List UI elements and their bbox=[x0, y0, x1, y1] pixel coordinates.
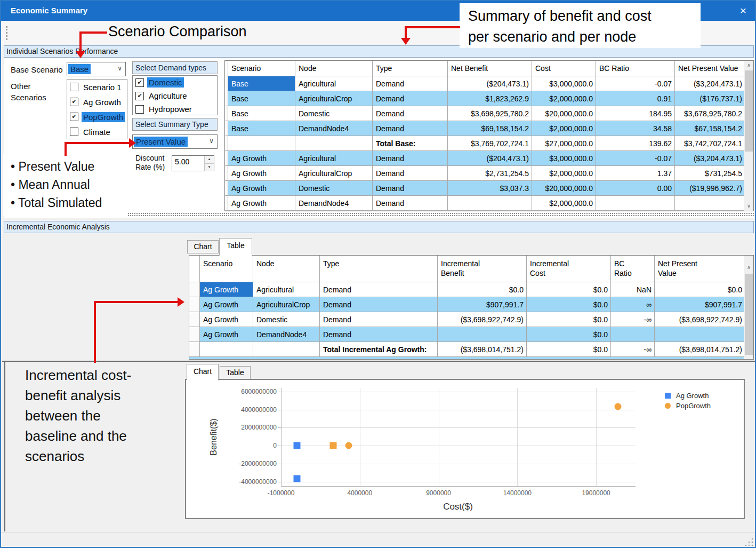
column-header[interactable]: Type bbox=[320, 256, 438, 282]
table-cell[interactable]: $0.0 bbox=[527, 297, 611, 312]
table-cell[interactable]: 0.91 bbox=[596, 91, 675, 106]
table-cell[interactable]: 139.62 bbox=[596, 136, 675, 151]
table-cell[interactable]: $67,158,154.2 bbox=[675, 121, 745, 136]
table-cell[interactable]: $907,991.7 bbox=[655, 297, 745, 312]
table-cell[interactable]: DemandNode4 bbox=[295, 121, 373, 136]
table-cell[interactable]: $0.0 bbox=[527, 327, 611, 342]
row-header[interactable] bbox=[189, 327, 200, 342]
table-cell[interactable]: $2,000,000.0 bbox=[532, 166, 596, 181]
table-cell[interactable]: Domestic bbox=[295, 181, 373, 196]
table-cell[interactable]: ($3,204,473.1) bbox=[675, 151, 745, 166]
table-cell[interactable] bbox=[228, 136, 295, 151]
tab-chart[interactable]: Chart bbox=[187, 364, 219, 380]
table-cell[interactable]: 1.37 bbox=[596, 166, 675, 181]
table-cell[interactable] bbox=[200, 342, 253, 357]
table-cell[interactable]: Demand bbox=[373, 76, 448, 91]
table-cell[interactable] bbox=[253, 342, 320, 357]
table-cell[interactable]: $27,000,000.0 bbox=[532, 136, 596, 151]
table-cell[interactable]: Demand bbox=[373, 196, 448, 211]
row-header[interactable] bbox=[189, 282, 200, 297]
table-cell[interactable]: $2,000,000.0 bbox=[532, 91, 596, 106]
table-cell[interactable]: Demand bbox=[373, 121, 448, 136]
tab-table[interactable]: Table bbox=[219, 238, 252, 256]
checkbox-item[interactable]: ✔PopGrowth bbox=[67, 109, 127, 124]
table-cell[interactable]: AgriculturalCrop bbox=[295, 166, 373, 181]
table-cell[interactable]: 184.95 bbox=[596, 106, 675, 121]
table-cell[interactable]: Demand bbox=[373, 181, 448, 196]
table-cell[interactable] bbox=[675, 196, 745, 211]
table-cell[interactable] bbox=[611, 327, 655, 342]
table-cell[interactable]: ($3,698,922,742.9) bbox=[438, 312, 527, 327]
column-header[interactable]: BC Ratio bbox=[611, 256, 655, 282]
column-header[interactable]: Scenario bbox=[200, 256, 253, 282]
vertical-scrollbar[interactable]: ∧ bbox=[744, 256, 753, 359]
table-cell[interactable]: Demand bbox=[320, 312, 438, 327]
table-cell[interactable]: Ag Growth bbox=[228, 151, 295, 166]
checkbox-item[interactable]: Scenario 1 bbox=[67, 80, 127, 94]
other-scenarios-list[interactable]: Scenario 1✔Ag Growth✔PopGrowthClimate bbox=[67, 79, 127, 139]
unchecked-checkbox-icon[interactable] bbox=[70, 83, 78, 91]
table-cell[interactable] bbox=[438, 327, 527, 342]
unchecked-checkbox-icon[interactable] bbox=[135, 105, 144, 114]
table-cell[interactable]: ($3,698,014,751.2) bbox=[438, 342, 527, 357]
table-cell[interactable]: NaN bbox=[611, 282, 655, 297]
scrollbar-thumb[interactable] bbox=[745, 274, 753, 355]
table-cell[interactable]: Domestic bbox=[253, 312, 320, 327]
table-cell[interactable]: Demand bbox=[373, 151, 448, 166]
table-cell[interactable]: $3,742,702,724.1 bbox=[675, 136, 745, 151]
base-scenario-select[interactable]: Base ∨ bbox=[67, 62, 126, 76]
column-header[interactable]: Cost bbox=[532, 61, 596, 76]
table-cell[interactable] bbox=[655, 327, 745, 342]
table-cell[interactable]: -∞ bbox=[611, 342, 655, 357]
tab-chart[interactable]: Chart bbox=[187, 240, 219, 253]
table-cell[interactable]: $0.0 bbox=[527, 312, 611, 327]
checked-checkbox-icon[interactable]: ✔ bbox=[135, 92, 144, 100]
checkbox-item[interactable]: ✔Domestic bbox=[133, 76, 217, 89]
table-cell[interactable]: $1,823,262.9 bbox=[448, 91, 532, 106]
discount-rate-spinner[interactable]: 5.00 ▲ ▼ bbox=[172, 155, 214, 171]
table-cell[interactable]: Ag Growth bbox=[200, 282, 253, 297]
table-cell[interactable]: Agricultural bbox=[295, 76, 373, 91]
spin-down-icon[interactable]: ▼ bbox=[205, 163, 214, 171]
table-cell[interactable]: $0.0 bbox=[527, 282, 611, 297]
unchecked-checkbox-icon[interactable] bbox=[70, 128, 78, 136]
scroll-down-icon[interactable]: ∨ bbox=[744, 202, 753, 211]
table-cell[interactable]: -0.07 bbox=[596, 76, 675, 91]
table-cell[interactable]: -0.07 bbox=[596, 151, 675, 166]
table-cell[interactable]: Agricultural bbox=[253, 282, 320, 297]
table-cell[interactable]: ($204,473.1) bbox=[448, 151, 532, 166]
table-cell[interactable]: Ag Growth bbox=[228, 181, 295, 196]
table-cell[interactable]: ($19,996,962.7) bbox=[675, 181, 745, 196]
table-cell[interactable]: Ag Growth bbox=[200, 327, 253, 342]
close-icon[interactable]: × bbox=[735, 3, 752, 18]
column-header[interactable]: Type bbox=[373, 61, 448, 76]
summary-type-select[interactable]: Present Value ∨ bbox=[132, 134, 218, 149]
table-cell[interactable]: Base bbox=[228, 106, 295, 121]
vertical-scrollbar[interactable]: ∧ ∨ bbox=[744, 61, 753, 211]
table-cell[interactable]: $20,000,000.0 bbox=[532, 181, 596, 196]
checkbox-item[interactable]: ✔Agriculture bbox=[133, 89, 217, 102]
row-header[interactable] bbox=[189, 297, 200, 312]
table-cell[interactable]: Ag Growth bbox=[200, 312, 253, 327]
table-cell[interactable]: Agricultural bbox=[295, 151, 373, 166]
table-cell[interactable]: $0.0 bbox=[527, 342, 611, 357]
table-cell[interactable]: $2,731,254.5 bbox=[448, 166, 532, 181]
checkbox-item[interactable]: Climate bbox=[67, 124, 127, 139]
table-cell[interactable]: $20,000,000.0 bbox=[532, 106, 596, 121]
row-header[interactable] bbox=[189, 342, 200, 357]
table-cell[interactable]: DemandNode4 bbox=[253, 327, 320, 342]
checked-checkbox-icon[interactable]: ✔ bbox=[135, 78, 144, 87]
table-cell[interactable]: Demand bbox=[373, 91, 448, 106]
table-cell[interactable]: $3,000,000.0 bbox=[532, 76, 596, 91]
table-cell[interactable]: Ag Growth bbox=[200, 297, 253, 312]
table-cell[interactable] bbox=[448, 196, 532, 211]
table-cell[interactable]: $3,678,925,780.2 bbox=[675, 106, 745, 121]
table-cell[interactable]: ($3,698,922,742.9) bbox=[655, 312, 745, 327]
table-cell[interactable]: ∞ bbox=[611, 297, 655, 312]
table-cell[interactable]: $907,991.7 bbox=[438, 297, 527, 312]
column-header[interactable]: Incremental Benefit bbox=[438, 256, 527, 282]
table-cell[interactable]: AgriculturalCrop bbox=[295, 91, 373, 106]
demand-types-list[interactable]: ✔Domestic✔AgricultureHydropower bbox=[132, 75, 218, 115]
table-cell[interactable]: Domestic bbox=[295, 106, 373, 121]
checkbox-item[interactable]: Hydropower bbox=[133, 102, 217, 115]
